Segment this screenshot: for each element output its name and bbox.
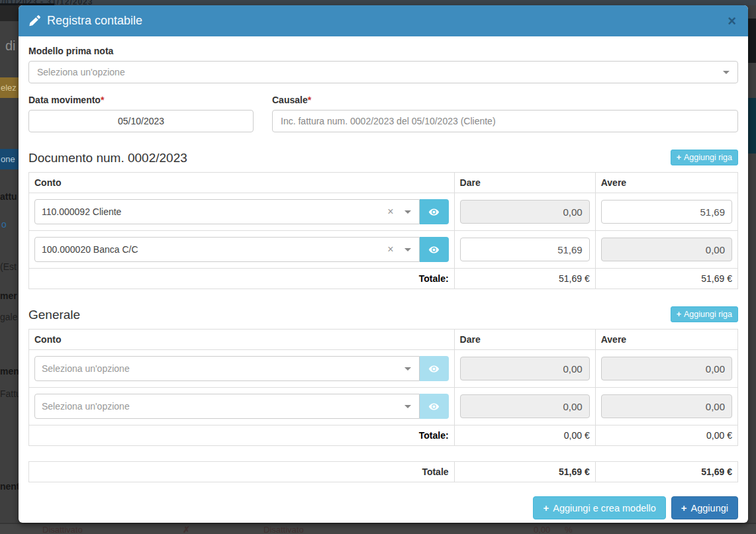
conto-select-value: 110.000092 Cliente (42, 206, 387, 217)
avere-input-row1[interactable] (601, 200, 732, 224)
background-text-fragment: (Est (0, 261, 17, 272)
conto-select-generale-row1[interactable]: Seleziona un'opzione (34, 356, 420, 381)
data-movimento-label: Data movimento* (28, 95, 254, 105)
conto-control-group: Seleziona un'opzione (34, 356, 449, 381)
dialog-header: Registra contabile × (19, 5, 748, 36)
background-button-fragment: one (0, 149, 19, 169)
documento-section-title: Documento num. 0002/2023 (28, 151, 187, 165)
documento-add-row-button[interactable]: +Aggiungi riga (671, 150, 738, 165)
documento-total-avere: 51,69 € (595, 269, 737, 289)
plus-icon: + (543, 502, 549, 513)
avere-column-header: Avere (595, 173, 737, 193)
dare-input-row1 (460, 200, 590, 224)
aggiungi-label: Aggiungi (691, 503, 728, 513)
generale-total-avere: 0,00 € (595, 425, 737, 446)
close-icon[interactable]: × (726, 14, 737, 28)
dare-input-row2[interactable] (460, 238, 590, 261)
dialog-title: Registra contabile (47, 14, 142, 28)
avere-column-header: Avere (595, 330, 737, 350)
aggiungi-e-crea-modello-label: Aggiungi e crea modello (553, 503, 656, 513)
causale-label-text: Causale (272, 95, 308, 105)
conto-select-generale-row2[interactable]: Seleziona un'opzione (34, 394, 420, 419)
generale-table: Conto Dare Avere Seleziona un'opzione (28, 329, 738, 446)
background-button-fragment: elez (0, 77, 19, 98)
conto-control-group: 100.000020 Banca C/C × (34, 237, 449, 262)
conto-select-row2[interactable]: 100.000020 Banca C/C × (34, 237, 420, 262)
causale-label: Causale* (272, 95, 738, 105)
background-text-fragment: mer (0, 290, 17, 301)
grand-total-avere: 51,69 € (595, 462, 737, 482)
chevron-down-icon (723, 71, 730, 74)
avere-input-generale-row1 (601, 357, 732, 380)
background-text-fragment: attu (0, 191, 17, 202)
date-causale-row: Data movimento* Causale* (28, 95, 738, 132)
aggiungi-e-crea-modello-button[interactable]: +Aggiungi e crea modello (533, 496, 665, 519)
documento-section-header: Documento num. 0002/2023 +Aggiungi riga (28, 150, 738, 165)
dialog-footer: +Aggiungi e crea modello +Aggiungi (28, 496, 738, 529)
documento-total-row: Totale: 51,69 € 51,69 € (29, 269, 738, 289)
documento-total-dare: 51,69 € (454, 269, 595, 289)
view-account-button[interactable] (420, 199, 449, 224)
dialog-body: Modello prima nota Seleziona un'opzione … (19, 36, 748, 529)
data-movimento-input[interactable] (28, 110, 254, 132)
select-placeholder-text: Seleziona un'opzione (37, 67, 125, 77)
causale-input[interactable] (272, 110, 738, 132)
background-fragment (748, 19, 756, 63)
dare-column-header: Dare (454, 330, 595, 350)
select-placeholder-text: Seleziona un'opzione (42, 363, 404, 374)
generale-section-header: Generale +Aggiungi riga (28, 306, 738, 322)
data-movimento-label-text: Data movimento (28, 95, 101, 105)
chevron-down-icon (404, 367, 411, 371)
select-placeholder-text: Seleziona un'opzione (42, 401, 404, 412)
aggiungi-button[interactable]: +Aggiungi (671, 496, 738, 519)
grand-total-row: Totale 51,69 € 51,69 € (29, 462, 738, 482)
eye-icon (428, 244, 440, 255)
plus-icon: + (677, 310, 681, 319)
view-account-button-disabled (420, 394, 449, 419)
generale-row-2: Seleziona un'opzione (29, 388, 738, 425)
chevron-down-icon (404, 405, 411, 408)
view-account-button-disabled (420, 356, 449, 381)
generale-section-title: Generale (28, 308, 80, 322)
plus-icon: + (677, 153, 681, 162)
generale-header-row: Conto Dare Avere (29, 330, 738, 350)
generale-total-row: Totale: 0,00 € 0,00 € (29, 425, 738, 446)
background-text-fragment: di (5, 38, 16, 54)
conto-select-value: 100.000020 Banca C/C (42, 244, 387, 255)
registra-contabile-dialog: Registra contabile × Modello prima nota … (19, 5, 748, 523)
background-text-fragment: o (1, 219, 7, 230)
clear-icon[interactable]: × (387, 244, 393, 255)
conto-select-row1[interactable]: 110.000092 Cliente × (34, 199, 420, 224)
required-asterisk: * (101, 95, 104, 105)
view-account-button[interactable] (420, 237, 449, 262)
documento-total-label: Totale: (29, 269, 455, 289)
modello-prima-nota-label: Modello prima nota (28, 46, 738, 56)
conto-column-header: Conto (29, 330, 455, 350)
clear-icon[interactable]: × (387, 206, 393, 217)
documento-row-2: 100.000020 Banca C/C × (29, 231, 738, 269)
generale-add-row-button[interactable]: +Aggiungi riga (671, 306, 738, 322)
generale-total-dare: 0,00 € (454, 425, 595, 446)
grand-total-dare: 51,69 € (454, 462, 595, 482)
eye-icon (428, 206, 440, 218)
plus-icon: + (681, 502, 687, 513)
eye-icon (428, 401, 440, 412)
grand-total-label: Totale (29, 462, 455, 482)
pencil-icon (29, 15, 40, 26)
documento-row-1: 110.000092 Cliente × (29, 193, 738, 231)
background-fragment (0, 5, 19, 21)
documento-table: Conto Dare Avere 110.000092 Cliente × (28, 172, 738, 289)
documento-header-row: Conto Dare Avere (29, 173, 738, 193)
background-text-fragment: nent (0, 481, 20, 492)
modello-prima-nota-select[interactable]: Seleziona un'opzione (28, 61, 738, 83)
grand-total-table: Totale 51,69 € 51,69 € (28, 461, 738, 482)
dare-input-generale-row1 (460, 357, 590, 380)
chevron-down-icon (404, 210, 411, 214)
conto-control-group: 110.000092 Cliente × (34, 199, 449, 224)
background-top-bar: /01/2023 - 31/12/2023 (0, 0, 756, 5)
required-asterisk: * (308, 95, 311, 105)
data-movimento-field-group: Data movimento* (28, 95, 254, 132)
dare-input-generale-row2 (460, 394, 590, 418)
add-row-label: Aggiungi riga (684, 153, 732, 162)
background-text-fragment: men (0, 366, 19, 377)
